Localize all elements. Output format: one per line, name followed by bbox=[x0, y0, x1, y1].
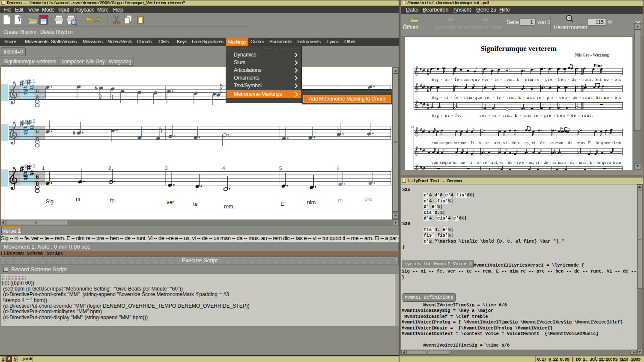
svg-text:E: E bbox=[280, 201, 284, 207]
svg-text:8: 8 bbox=[427, 106, 429, 110]
svg-text:1: 1 bbox=[530, 19, 533, 25]
svg-text:8: 8 bbox=[427, 72, 429, 76]
svg-text:Öffnen: Öffnen bbox=[403, 24, 418, 30]
svg-text:6: 6 bbox=[36, 88, 39, 95]
svg-text:re: re bbox=[338, 198, 343, 204]
svg-text:6: 6 bbox=[337, 166, 339, 171]
svg-text:3: 3 bbox=[165, 166, 167, 171]
svg-text:10: 10 bbox=[411, 125, 414, 129]
svg-text:rem.: rem. bbox=[224, 204, 235, 210]
svg-text:von 1: von 1 bbox=[537, 19, 551, 25]
svg-text:115: 115 bbox=[596, 19, 604, 25]
svg-text:te: te bbox=[193, 201, 197, 207]
svg-text:pre: pre bbox=[364, 196, 372, 202]
svg-text:5: 5 bbox=[279, 166, 282, 171]
svg-text:con-sequn-tur me - li - o - re: con-sequn-tur me - li - o - re - ant, vi… bbox=[432, 141, 621, 145]
svg-text:Nächste Seite: Nächste Seite bbox=[470, 24, 502, 30]
svg-text:4: 4 bbox=[222, 166, 225, 171]
svg-text:Fine: Fine bbox=[593, 63, 602, 68]
svg-text:1: 1 bbox=[42, 166, 45, 171]
svg-text:con-sequn-tur me - li - o - re: con-sequn-tur me - li - o - re - ant, vi… bbox=[432, 160, 621, 165]
svg-text:Nils Gey - Wargsang: Nils Gey - Wargsang bbox=[575, 53, 609, 57]
svg-text:Seite: Seite bbox=[507, 19, 519, 25]
svg-text:Sig: Sig bbox=[46, 199, 54, 205]
svg-text:Heranzoomen: Heranzoomen bbox=[554, 24, 587, 30]
svg-text:fe.: fe. bbox=[110, 198, 116, 204]
svg-text:nim: nim bbox=[307, 199, 316, 205]
svg-text:Sig - ni - fe. ve: Sig - ni - fe. ver - te - rem. E - nim r… bbox=[432, 113, 593, 118]
svg-text:ni: ni bbox=[76, 196, 80, 202]
svg-text:8: 8 bbox=[427, 89, 429, 93]
svg-text:Sig - ni - fe-rum-que ver -: Sig - ni - fe-rum-que ver - te - rem. E … bbox=[432, 77, 621, 82]
svg-text:Vorherige Seite: Vorherige Seite bbox=[434, 24, 469, 30]
svg-text:6: 6 bbox=[36, 128, 39, 135]
svg-text:ver: ver bbox=[167, 199, 174, 205]
svg-text:6: 6 bbox=[36, 173, 39, 180]
svg-text:Sig - ni - fe - rum-que ve: Sig - ni - fe - rum-que ver - te - rem. … bbox=[432, 95, 621, 100]
svg-text:%: % bbox=[608, 19, 612, 25]
svg-text:2: 2 bbox=[108, 166, 111, 171]
svg-text:Signiferumque verterem: Signiferumque verterem bbox=[480, 45, 557, 53]
